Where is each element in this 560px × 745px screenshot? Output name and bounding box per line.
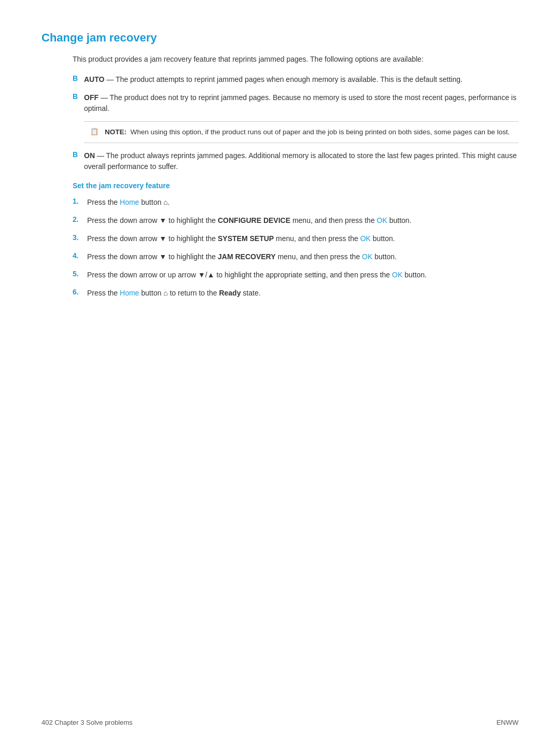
step-number-5: 5. xyxy=(73,270,87,278)
subsection-title: Set the jam recovery feature xyxy=(73,181,519,190)
step-number-6: 6. xyxy=(73,288,87,296)
footer-left: 402 Chapter 3 Solve problems xyxy=(41,719,133,726)
options-list: B AUTO — The product attempts to reprint… xyxy=(73,74,519,172)
bullet-on: B xyxy=(73,150,84,159)
step-6: 6. Press the Home button ⌂ to return to … xyxy=(73,288,519,299)
step-number-2: 2. xyxy=(73,215,87,223)
home-link-1: Home xyxy=(120,198,139,206)
footer: 402 Chapter 3 Solve problems ENWW xyxy=(0,719,560,726)
step-text-4: Press the down arrow ▼ to highlight the … xyxy=(87,251,397,262)
page-title: Change jam recovery xyxy=(41,31,519,45)
step-3: 3. Press the down arrow ▼ to highlight t… xyxy=(73,233,519,244)
intro-paragraph: This product provides a jam recovery fea… xyxy=(73,54,519,65)
option-off-text: OFF — The product does not try to reprin… xyxy=(84,92,519,114)
ok-link-5: OK xyxy=(392,271,402,279)
ok-link-3: OK xyxy=(360,234,371,243)
option-on-text: ON — The product always reprints jammed … xyxy=(84,150,519,172)
step-5: 5. Press the down arrow or up arrow ▼/▲ … xyxy=(73,270,519,280)
ok-link-2: OK xyxy=(377,216,387,224)
option-on: B ON — The product always reprints jamme… xyxy=(73,150,519,172)
option-auto: B AUTO — The product attempts to reprint… xyxy=(73,74,519,85)
step-2: 2. Press the down arrow ▼ to highlight t… xyxy=(73,215,519,226)
note-box: 📋 NOTE: When using this option, if the p… xyxy=(84,121,519,143)
steps-list: 1. Press the Home button ⌂. 2. Press the… xyxy=(73,197,519,299)
footer-right: ENWW xyxy=(496,719,519,726)
bullet-auto: B xyxy=(73,74,84,82)
step-number-1: 1. xyxy=(73,197,87,205)
step-1: 1. Press the Home button ⌂. xyxy=(73,197,519,208)
step-text-1: Press the Home button ⌂. xyxy=(87,197,170,208)
step-text-2: Press the down arrow ▼ to highlight the … xyxy=(87,215,412,226)
option-off: B OFF — The product does not try to repr… xyxy=(73,92,519,114)
option-auto-text: AUTO — The product attempts to reprint j… xyxy=(84,74,463,85)
bullet-off: B xyxy=(73,92,84,101)
step-text-3: Press the down arrow ▼ to highlight the … xyxy=(87,233,395,244)
step-number-4: 4. xyxy=(73,251,87,260)
step-text-5: Press the down arrow or up arrow ▼/▲ to … xyxy=(87,270,427,280)
step-number-3: 3. xyxy=(73,233,87,242)
note-content: NOTE: When using this option, if the pro… xyxy=(105,127,510,137)
ok-link-4: OK xyxy=(362,252,372,261)
step-text-6: Press the Home button ⌂ to return to the… xyxy=(87,288,261,299)
note-icon: 📋 xyxy=(90,128,105,135)
step-4: 4. Press the down arrow ▼ to highlight t… xyxy=(73,251,519,262)
home-link-6: Home xyxy=(120,289,139,297)
